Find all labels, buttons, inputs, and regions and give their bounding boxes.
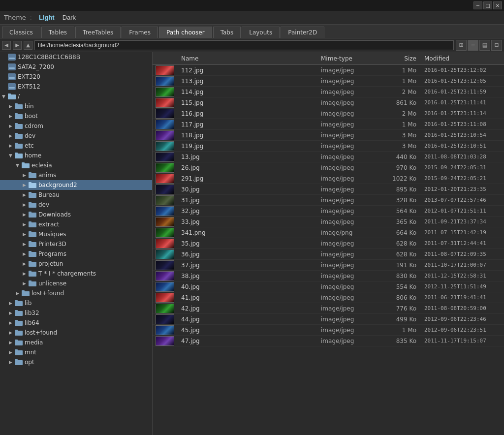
theme-light-button[interactable]: Light (36, 13, 58, 22)
tree-item-drive2[interactable]: SATA2_7200 (0, 62, 152, 72)
table-row[interactable]: 33.jpg image/jpeg 365 Ko 2011-09-21T23:3… (153, 217, 504, 227)
tree-item-background2[interactable]: ▶ background2 (0, 180, 152, 190)
tree-item-lostfound2[interactable]: ▶ lost+found (0, 328, 152, 338)
file-size: 664 Ko (376, 228, 420, 237)
file-mime: image/jpeg (317, 131, 376, 140)
tree-item-opt[interactable]: ▶ opt (0, 357, 152, 367)
table-row[interactable]: 114.jpg image/jpeg 2 Mo 2016-01-25T23:11… (153, 87, 504, 97)
tree-item-drive1[interactable]: 128C1C8B8C1C6B8B (0, 52, 152, 62)
back-button[interactable]: ◀ (2, 41, 11, 50)
tree-item-musiques[interactable]: ▶ Musiques (0, 229, 152, 239)
table-row[interactable]: 341.png image/png 664 Ko 2011-07-15T21:4… (153, 227, 504, 238)
table-row[interactable]: 37.jpg image/jpeg 191 Ko 2011-10-17T21:0… (153, 260, 504, 271)
table-row[interactable]: 32.jpg image/jpeg 564 Ko 2012-01-07T21:5… (153, 206, 504, 217)
tree-item-bin[interactable]: ▶ bin (0, 101, 152, 111)
tab-treetables[interactable]: TreeTables (75, 27, 121, 38)
table-row[interactable]: 47.jpg image/jpeg 835 Ko 2011-11-17T19:1… (153, 336, 504, 346)
theme-dark-button[interactable]: Dark (60, 13, 79, 22)
header-modified[interactable]: Modified (420, 53, 504, 64)
tree-item-extract[interactable]: ▶ extract (0, 219, 152, 229)
grid-view-button[interactable]: ⊞ (456, 40, 467, 51)
details-view-button[interactable]: ▤ (479, 40, 490, 51)
minimize-button[interactable]: − (473, 1, 482, 9)
tree-item-lostfound[interactable]: ▶ lost+found (0, 288, 152, 298)
table-row[interactable]: 42.jpg image/jpeg 776 Ko 2011-08-08T20:5… (153, 303, 504, 314)
tree-item-chargements[interactable]: ▶ T * I * chargements (0, 269, 152, 279)
table-row[interactable]: 118.jpg image/jpeg 3 Mo 2016-01-25T23:10… (153, 130, 504, 141)
tree-item-unlicense[interactable]: ▶ unlicense (0, 279, 152, 288)
table-row[interactable]: 117.jpg image/jpeg 1 Mo 2016-01-25T23:11… (153, 119, 504, 130)
tree-item-eclesia[interactable]: ▼ eclesia (0, 160, 152, 170)
tree-item-lib[interactable]: ▶ lib (0, 298, 152, 308)
file-modified: 2011-06-21T19:41:41 (420, 293, 504, 302)
table-row[interactable]: 45.jpg image/jpeg 1 Mo 2012-09-06T22:23:… (153, 325, 504, 336)
table-row[interactable]: 115.jpg image/jpeg 861 Ko 2016-01-25T23:… (153, 97, 504, 108)
tree-item-anims[interactable]: ▶ anims (0, 170, 152, 180)
table-row[interactable]: 41.jpg image/jpeg 806 Ko 2011-06-21T19:4… (153, 292, 504, 303)
table-row[interactable]: 30.jpg image/jpeg 895 Ko 2012-01-20T21:2… (153, 184, 504, 195)
svg-rect-85 (15, 340, 18, 342)
tree-item-root[interactable]: ▼ / (0, 92, 152, 101)
tree-scroll-area[interactable]: 128C1C8B8C1C6B8B SATA2_7200 EXT320 EXT51… (0, 52, 152, 435)
table-row[interactable]: 44.jpg image/jpeg 499 Ko 2012-09-06T22:2… (153, 314, 504, 325)
file-thumbnail (153, 238, 177, 249)
header-name[interactable]: Name (177, 53, 317, 64)
table-body[interactable]: 112.jpg image/jpeg 1 Mo 2016-01-25T23:12… (153, 65, 504, 435)
list-view-button[interactable]: ≡ (468, 40, 478, 51)
table-row[interactable]: 13.jpg image/jpeg 440 Ko 2011-08-08T21:0… (153, 152, 504, 162)
tree-item-boot[interactable]: ▶ boot (0, 111, 152, 121)
tree-item-programs[interactable]: ▶ Programs (0, 249, 152, 259)
tree-item-bureau[interactable]: ▶ Bureau (0, 190, 152, 200)
tree-item-drive4[interactable]: EXT512 (0, 82, 152, 92)
tab-classics[interactable]: Classics (2, 27, 40, 38)
tree-item-label: etc (25, 142, 34, 149)
header-size[interactable]: Size (376, 53, 420, 64)
file-thumbnail (153, 271, 177, 281)
file-mime: image/jpeg (317, 196, 376, 205)
small-view-button[interactable]: ⊟ (491, 40, 502, 51)
table-row[interactable]: 116.jpg image/jpeg 2 Mo 2016-01-25T23:11… (153, 108, 504, 119)
tab-frames[interactable]: Frames (122, 27, 158, 38)
tree-item-cdrom[interactable]: ▶ cdrom (0, 121, 152, 131)
table-row[interactable]: 119.jpg image/jpeg 3 Mo 2016-01-25T23:10… (153, 141, 504, 152)
tab-layouts[interactable]: Layouts (242, 27, 280, 38)
tree-item-lib64[interactable]: ▶ lib64 (0, 318, 152, 328)
tree-item-mnt[interactable]: ▶ mnt (0, 347, 152, 357)
close-button[interactable]: ✕ (493, 1, 502, 9)
tree-item-dev[interactable]: ▶ dev (0, 131, 152, 141)
table-row[interactable]: 291.jpg image/jpeg 1022 Ko 2015-09-24T22… (153, 173, 504, 184)
tree-item-drive3[interactable]: EXT320 (0, 72, 152, 82)
tree-collapse-arrow: ▶ (23, 281, 29, 286)
tree-item-downloads[interactable]: ▶ Downloads (0, 210, 152, 219)
tree-item-printer3d[interactable]: ▶ Printer3D (0, 239, 152, 249)
up-button[interactable]: ▲ (24, 41, 32, 50)
tree-item-lib32[interactable]: ▶ lib32 (0, 308, 152, 318)
table-row[interactable]: 40.jpg image/jpeg 554 Ko 2012-11-25T11:5… (153, 281, 504, 292)
table-row[interactable]: 112.jpg image/jpeg 1 Mo 2016-01-25T23:12… (153, 65, 504, 76)
maximize-button[interactable]: □ (483, 1, 492, 9)
tab-painter2d[interactable]: Painter2D (281, 27, 324, 38)
file-modified: 2011-10-17T21:00:07 (420, 261, 504, 269)
tab-pathchooser[interactable]: Path chooser (159, 27, 212, 38)
tree-item-label: anims (38, 172, 56, 179)
table-row[interactable]: 26.jpg image/jpeg 970 Ko 2015-09-24T22:0… (153, 162, 504, 173)
tree-item-home[interactable]: ▼ home (0, 151, 152, 160)
table-row[interactable]: 113.jpg image/jpeg 1 Mo 2016-01-25T23:12… (153, 76, 504, 87)
tree-item-media[interactable]: ▶ media (0, 338, 152, 347)
tree-item-projetun[interactable]: ▶ projetun (0, 259, 152, 269)
tab-tabs[interactable]: Tabs (213, 27, 241, 38)
table-row[interactable]: 35.jpg image/jpeg 628 Ko 2011-07-31T12:4… (153, 238, 504, 249)
tree-item-label: SATA2_7200 (18, 63, 54, 70)
address-input[interactable] (34, 40, 454, 50)
table-row[interactable]: 38.jpg image/jpeg 830 Ko 2011-12-15T22:5… (153, 271, 504, 281)
file-thumbnail (153, 217, 177, 227)
tab-tables[interactable]: Tables (41, 27, 74, 38)
tree-item-etc[interactable]: ▶ etc (0, 141, 152, 151)
forward-button[interactable]: ▶ (13, 41, 22, 50)
header-mime[interactable]: Mime-type (317, 53, 376, 64)
table-row[interactable]: 31.jpg image/jpeg 328 Ko 2013-07-07T22:5… (153, 195, 504, 206)
file-name: 37.jpg (177, 261, 317, 270)
tree-item-dev2[interactable]: ▶ dev (0, 200, 152, 210)
table-row[interactable]: 36.jpg image/jpeg 628 Ko 2011-08-07T22:0… (153, 249, 504, 260)
svg-rect-73 (15, 300, 18, 302)
